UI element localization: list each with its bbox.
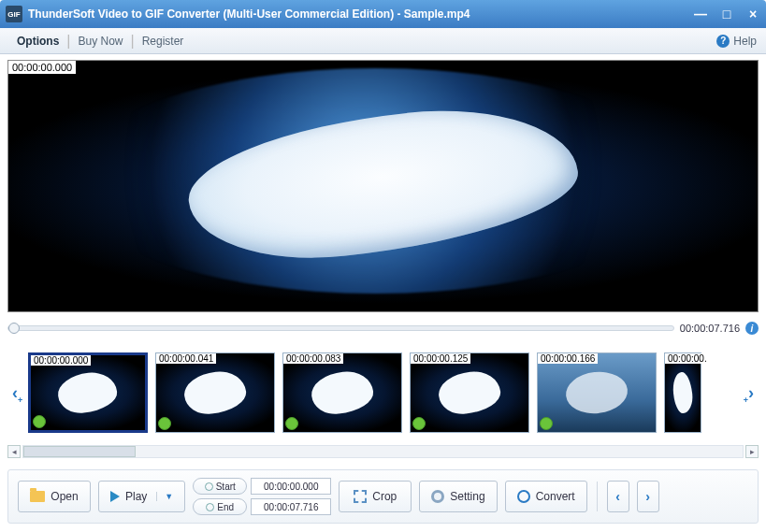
- menu-options[interactable]: Options: [9, 35, 66, 48]
- video-preview[interactable]: 00:00:00.000: [7, 60, 759, 312]
- window-title: ThunderSoft Video to GIF Converter (Mult…: [28, 7, 693, 21]
- convert-label: Convert: [536, 490, 575, 503]
- content-area: 00:00:00.000 00:00:07.716 i ‹ 00:00:00.0…: [0, 54, 766, 532]
- crop-button[interactable]: Crop: [339, 481, 412, 512]
- play-label: Play: [125, 490, 147, 503]
- info-icon[interactable]: i: [745, 322, 759, 335]
- clock-badge-icon: [158, 417, 171, 430]
- crop-icon: [354, 490, 367, 503]
- menu-buy-now[interactable]: Buy Now: [70, 35, 130, 48]
- seek-thumb[interactable]: [8, 323, 20, 334]
- clock-icon: [205, 482, 213, 491]
- thumbnail[interactable]: 00:00:00.166: [537, 352, 657, 433]
- clock-badge-icon: [540, 417, 553, 430]
- thumbnail[interactable]: 00:00:00.000: [28, 352, 148, 433]
- timeline-row: 00:00:07.716 i: [7, 316, 759, 340]
- titlebar: GIF ThunderSoft Video to GIF Converter (…: [0, 0, 766, 28]
- next-frame-button[interactable]: ›: [637, 481, 659, 512]
- help-icon: ?: [716, 35, 730, 48]
- maximize-button[interactable]: □: [719, 7, 734, 22]
- help-label: Help: [733, 35, 757, 48]
- scroll-right-button[interactable]: ▸: [745, 445, 759, 458]
- thumbstrip-row: ‹ 00:00:00.000 00:00:00.041 00:00:00.083…: [7, 346, 759, 439]
- convert-icon: [517, 490, 530, 503]
- thumbnail[interactable]: 00:00:00.041: [155, 352, 275, 433]
- thumbnail-timestamp: 00:00:00.125: [411, 353, 470, 364]
- play-dropdown-arrow[interactable]: ▼: [156, 492, 173, 501]
- thumbnail-timestamp: 00:00:00.: [665, 353, 710, 364]
- open-button[interactable]: Open: [18, 481, 91, 512]
- clock-badge-icon: [412, 417, 426, 430]
- clock-badge-icon: [285, 417, 298, 430]
- thumbnail-timestamp: 00:00:00.166: [538, 353, 598, 364]
- scroll-left-button[interactable]: ◂: [7, 445, 21, 458]
- gear-icon: [431, 490, 444, 503]
- thumbnail[interactable]: 00:00:00.125: [410, 352, 529, 433]
- thumbnail[interactable]: 00:00:00.: [664, 352, 701, 433]
- convert-button[interactable]: Convert: [505, 481, 587, 512]
- help-button[interactable]: ? Help: [716, 35, 757, 48]
- thumbnail-timestamp: 00:00:00.041: [156, 353, 216, 364]
- total-duration: 00:00:07.716: [680, 323, 740, 334]
- start-label: Start: [216, 482, 236, 492]
- start-button[interactable]: Start: [193, 478, 247, 495]
- app-icon: GIF: [6, 6, 22, 22]
- end-button[interactable]: End: [193, 498, 247, 515]
- thumbnail[interactable]: 00:00:00.083: [282, 352, 402, 433]
- start-end-group: Start End: [193, 478, 331, 515]
- setting-button[interactable]: Setting: [419, 481, 497, 512]
- preview-timestamp: 00:00:00.000: [8, 61, 76, 74]
- open-label: Open: [51, 490, 78, 503]
- end-time-input[interactable]: [251, 498, 331, 515]
- thumb-next-add-button[interactable]: ‹: [744, 383, 759, 403]
- thumbstrip: 00:00:00.000 00:00:00.041 00:00:00.083 0…: [24, 352, 742, 433]
- setting-label: Setting: [450, 490, 484, 503]
- thumbnail-timestamp: 00:00:00.000: [31, 355, 91, 366]
- thumbnail-timestamp: 00:00:00.083: [283, 353, 343, 364]
- seek-slider[interactable]: [7, 325, 674, 331]
- thumb-prev-add-button[interactable]: ‹: [7, 383, 22, 403]
- close-button[interactable]: ×: [745, 7, 760, 22]
- end-label: End: [217, 502, 234, 512]
- menu-register[interactable]: Register: [135, 35, 192, 48]
- window-controls: — □ ×: [693, 7, 760, 22]
- start-time-input[interactable]: [251, 478, 331, 495]
- scroll-track[interactable]: [22, 445, 744, 458]
- separator: [597, 482, 598, 511]
- clock-icon: [206, 503, 214, 511]
- scroll-thumb[interactable]: [23, 446, 136, 457]
- play-icon: [110, 491, 120, 502]
- preview-frame: [8, 61, 758, 311]
- clock-badge-icon: [33, 415, 46, 428]
- play-button[interactable]: Play ▼: [98, 481, 185, 512]
- folder-icon: [30, 491, 45, 502]
- button-panel: Open Play ▼ Start End: [7, 469, 759, 524]
- crop-label: Crop: [372, 490, 397, 503]
- thumb-scrollbar: ◂ ▸: [7, 443, 759, 460]
- minimize-button[interactable]: —: [693, 7, 708, 22]
- menubar: Options | Buy Now | Register ? Help: [0, 28, 766, 54]
- prev-frame-button[interactable]: ‹: [607, 481, 629, 512]
